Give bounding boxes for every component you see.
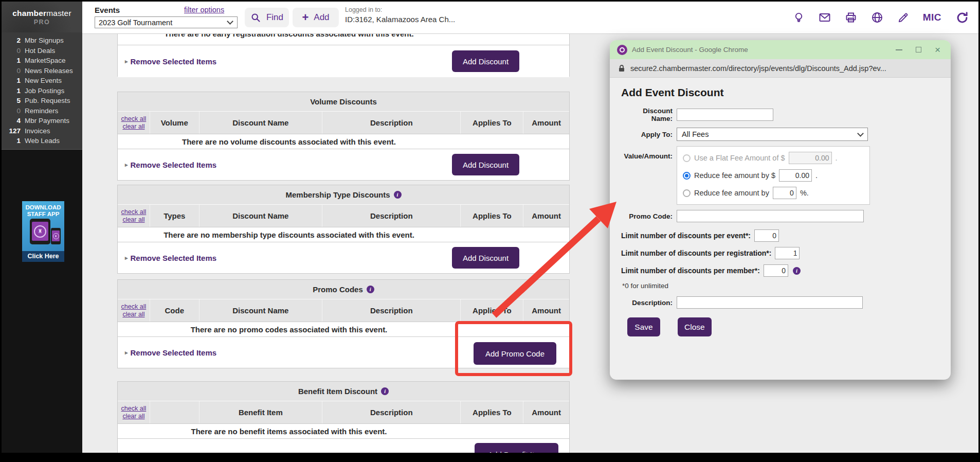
- save-button[interactable]: Save: [627, 317, 660, 336]
- value-amount-row: Value/Amount: Use a Flat Fee Amount of $…: [621, 146, 939, 205]
- limit-per-registration-input[interactable]: [775, 247, 800, 259]
- info-icon[interactable]: i: [381, 387, 389, 395]
- discount-name-label: Discount Name:: [621, 107, 673, 122]
- refresh-icon[interactable]: [955, 11, 969, 25]
- limit-per-registration-label: Limit number of discounts per registrati…: [621, 249, 771, 257]
- address-bar[interactable]: secure2.chambermaster.com/directory/jsp/…: [610, 59, 951, 78]
- sidebar-item-job-postings[interactable]: 1Job Postings: [2, 86, 82, 96]
- plus-icon: +: [302, 12, 308, 23]
- pencil-icon[interactable]: [897, 12, 909, 24]
- logged-in-value: ID:3162, Kalamazoos Area Ch...: [345, 15, 455, 24]
- chevron-down-icon: [227, 18, 233, 25]
- sidebar-item-reminders[interactable]: 0Reminders: [2, 106, 82, 116]
- remove-selected-items-link[interactable]: ▸Remove Selected Items: [125, 254, 216, 262]
- apply-to-row: Apply To: All Fees: [621, 128, 939, 141]
- logged-in-info: Logged in to: ID:3162, Kalamazoos Area C…: [345, 6, 455, 24]
- download-staff-app-banner[interactable]: DOWNLOADSTAFF APP ♜ ♜ Click Here: [22, 201, 64, 262]
- column-header: Description: [322, 205, 460, 227]
- maximize-icon[interactable]: [916, 47, 921, 52]
- info-icon[interactable]: i: [793, 267, 801, 275]
- dialog-buttons: Save Close: [627, 317, 939, 336]
- check-all-link[interactable]: check all: [121, 405, 147, 412]
- remove-selected-items-link[interactable]: ▸Remove Selected Items: [125, 161, 216, 169]
- discount-name-row: Discount Name:: [621, 107, 939, 122]
- column-header: Amount: [523, 401, 569, 423]
- check-all-link[interactable]: check all: [121, 303, 147, 310]
- sidebar-nav: 2Mbr Signups 0Hot Deals 1MarketSpace 0Ne…: [2, 32, 82, 146]
- mail-icon[interactable]: [819, 11, 831, 24]
- dialog-body: Add Event Discount Discount Name: Apply …: [610, 78, 951, 336]
- print-icon[interactable]: [845, 11, 857, 24]
- window-titlebar[interactable]: Add Event Discount - Google Chrome ×: [610, 40, 951, 59]
- section-title: Membership Type Discountsi: [118, 185, 569, 204]
- flat-fee-input[interactable]: [789, 152, 832, 164]
- sidebar: chambermaster PRO 2Mbr Signups 0Hot Deal…: [2, 2, 82, 460]
- column-header: Amount: [523, 299, 569, 322]
- radio-flat-fee[interactable]: [683, 154, 691, 162]
- sidebar-item-web-leads[interactable]: 1Web Leads: [2, 136, 82, 146]
- globe-icon[interactable]: [871, 11, 883, 24]
- sidebar-item-invoices[interactable]: 127Invoices: [2, 126, 82, 136]
- clear-all-link[interactable]: clear all: [122, 413, 144, 420]
- column-header: Discount Name: [199, 112, 322, 134]
- info-icon[interactable]: i: [367, 286, 374, 293]
- select-links: check all clear all: [118, 205, 150, 227]
- event-select[interactable]: 2023 Golf Tournament: [95, 16, 238, 28]
- section-footer: ▸Remove Selected Items Add Discount: [118, 242, 569, 273]
- filter-options-link[interactable]: filter options: [184, 6, 224, 14]
- sidebar-item-pub-requests[interactable]: 5Pub. Requests: [2, 96, 82, 106]
- sidebar-item-hot-deals[interactable]: 0Hot Deals: [2, 46, 82, 56]
- lightbulb-icon[interactable]: [793, 12, 805, 24]
- add-button[interactable]: + Add: [293, 8, 339, 27]
- reduce-percent-option: Reduce fee amount by %.: [683, 187, 864, 199]
- find-button[interactable]: Find: [245, 8, 289, 27]
- description-label: Description:: [621, 299, 673, 307]
- promo-code-input[interactable]: [677, 210, 864, 222]
- column-header: Applies To: [460, 112, 523, 134]
- clear-all-link[interactable]: clear all: [122, 216, 144, 223]
- select-links: check all clear all: [118, 401, 150, 423]
- radio-reduce-dollar[interactable]: [683, 172, 691, 180]
- check-all-link[interactable]: check all: [121, 115, 147, 122]
- sidebar-item-news-releases[interactable]: 0News Releases: [2, 66, 82, 76]
- discount-name-input[interactable]: [677, 109, 773, 121]
- add-promo-code-button[interactable]: Add Promo Code: [474, 342, 556, 365]
- add-discount-button[interactable]: Add Discount: [452, 154, 519, 175]
- column-header: Amount: [523, 205, 569, 227]
- close-icon[interactable]: ×: [935, 45, 940, 55]
- sidebar-item-new-events[interactable]: 1New Events: [2, 76, 82, 86]
- add-event-discount-window: Add Event Discount - Google Chrome × sec…: [610, 40, 951, 380]
- devices-illustration: ♜ ♜: [22, 218, 64, 247]
- membership-type-discounts-section: Membership Type Discountsi check all cle…: [117, 185, 570, 274]
- limit-per-event-label: Limit number of discounts per event*:: [621, 232, 751, 240]
- sidebar-item-mbr-signups[interactable]: 2Mbr Signups: [2, 35, 82, 46]
- mic-label[interactable]: MIC: [923, 12, 941, 23]
- add-discount-button[interactable]: Add Discount: [452, 247, 519, 269]
- reduce-percent-input[interactable]: [773, 187, 796, 199]
- table-header-row: check all clear all Code Discount Name D…: [118, 299, 569, 322]
- logged-in-label: Logged in to:: [345, 6, 455, 13]
- banner-click-here[interactable]: Click Here: [22, 251, 64, 262]
- limit-per-event-input[interactable]: [754, 229, 779, 242]
- sidebar-item-marketspace[interactable]: 1MarketSpace: [2, 56, 82, 66]
- reduce-dollar-input[interactable]: [779, 169, 812, 182]
- limit-per-member-row: Limit number of discounts per member*: i: [621, 264, 939, 277]
- radio-reduce-percent[interactable]: [683, 189, 691, 197]
- add-discount-button[interactable]: Add Discount: [452, 50, 519, 72]
- check-all-link[interactable]: check all: [121, 208, 147, 216]
- value-options-box: Use a Flat Fee Amount of $ . Reduce fee …: [677, 146, 870, 205]
- benefit-item-discount-section: Benefit Item Discounti check all clear a…: [117, 381, 570, 462]
- apply-to-select[interactable]: All Fees: [677, 128, 868, 141]
- remove-selected-items-link[interactable]: ▸Remove Selected Items: [125, 57, 216, 66]
- caret-icon: ▸: [125, 349, 128, 356]
- clear-all-link[interactable]: clear all: [122, 311, 144, 318]
- info-icon[interactable]: i: [394, 191, 402, 199]
- remove-selected-items-link[interactable]: ▸Remove Selected Items: [125, 348, 216, 357]
- clear-all-link[interactable]: clear all: [122, 123, 144, 130]
- limit-per-member-input[interactable]: [764, 264, 788, 277]
- minimize-icon[interactable]: [896, 49, 902, 50]
- close-button[interactable]: Close: [678, 317, 712, 336]
- sidebar-item-mbr-payments[interactable]: 4Mbr Payments: [2, 116, 82, 126]
- description-input[interactable]: [677, 296, 863, 309]
- value-amount-label: Value/Amount:: [621, 146, 673, 160]
